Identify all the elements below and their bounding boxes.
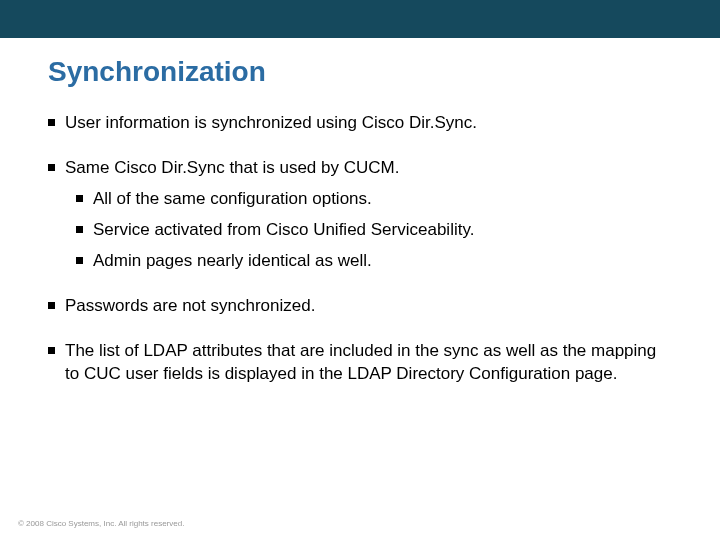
bullet-text: The list of LDAP attributes that are inc… <box>65 340 672 386</box>
square-bullet-icon <box>48 347 55 354</box>
bullet-text: User information is synchronized using C… <box>65 112 672 135</box>
bullet-item: The list of LDAP attributes that are inc… <box>48 340 672 386</box>
bullet-text: Same Cisco Dir.Sync that is used by CUCM… <box>65 157 672 180</box>
sub-bullet-item: Service activated from Cisco Unified Ser… <box>76 219 672 242</box>
bullet-text: Admin pages nearly identical as well. <box>93 250 672 273</box>
bullet-item: Passwords are not synchronized. <box>48 295 672 318</box>
sub-bullet-item: All of the same configuration options. <box>76 188 672 211</box>
sub-bullet-list: All of the same configuration options. S… <box>48 188 672 273</box>
slide-title: Synchronization <box>48 56 672 88</box>
copyright-footer: © 2008 Cisco Systems, Inc. All rights re… <box>18 519 184 528</box>
bullet-text: All of the same configuration options. <box>93 188 672 211</box>
bullet-item: Same Cisco Dir.Sync that is used by CUCM… <box>48 157 672 180</box>
slide-content: Synchronization User information is sync… <box>0 38 720 386</box>
square-bullet-icon <box>76 257 83 264</box>
bullet-list: User information is synchronized using C… <box>48 112 672 386</box>
bullet-text: Service activated from Cisco Unified Ser… <box>93 219 672 242</box>
square-bullet-icon <box>76 195 83 202</box>
square-bullet-icon <box>48 302 55 309</box>
top-banner <box>0 0 720 38</box>
square-bullet-icon <box>48 164 55 171</box>
bullet-item: User information is synchronized using C… <box>48 112 672 135</box>
square-bullet-icon <box>48 119 55 126</box>
sub-bullet-item: Admin pages nearly identical as well. <box>76 250 672 273</box>
square-bullet-icon <box>76 226 83 233</box>
bullet-text: Passwords are not synchronized. <box>65 295 672 318</box>
